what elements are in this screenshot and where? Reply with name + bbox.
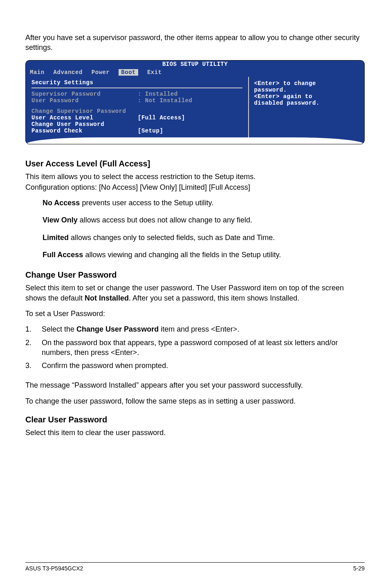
cup-not-installed: Not Installed xyxy=(85,294,129,302)
limited-desc: Limited allows changes only to selected … xyxy=(43,233,365,242)
bios-value: [Full Access] xyxy=(138,114,242,121)
bios-menu-bar: Main Advanced Power Boot Exit xyxy=(26,69,364,77)
bios-row-change-user-password: Change User Password xyxy=(31,121,242,128)
bios-value: [Setup] xyxy=(138,128,242,134)
bios-menu-main: Main xyxy=(30,69,45,76)
bios-label: User Password xyxy=(31,97,138,104)
bios-row-supervisor: Supervisor Password : Installed xyxy=(31,91,242,97)
bios-right-panel: <Enter> to change password. <Enter> agai… xyxy=(249,77,364,139)
cup-step1-part2: item and press <Enter>. xyxy=(159,325,239,333)
intro-text: After you have set a supervisor password… xyxy=(25,33,365,53)
ual-desc-1: This item allows you to select the acces… xyxy=(25,172,365,182)
cup-success: The message “Password Installed” appears… xyxy=(25,380,365,390)
no-access-text: prevents user access to the Setup utilit… xyxy=(80,199,213,207)
bios-body: Security Settings Supervisor Password : … xyxy=(26,77,364,139)
bios-help-line: <Enter> again to xyxy=(254,93,359,100)
bios-title: BIOS SETUP UTILITY xyxy=(162,61,228,67)
full-access-desc: Full Access allows viewing and changing … xyxy=(43,250,365,260)
bios-section-title: Security Settings xyxy=(31,79,242,86)
cup-desc-part2: . After you set a password, this item sh… xyxy=(129,294,299,302)
cup-step-3: Confirm the password when prompted. xyxy=(34,361,365,370)
bios-divider xyxy=(31,88,242,88)
cup-desc: Select this item to set or change the us… xyxy=(25,283,365,303)
cup-step1-bold: Change User Password xyxy=(76,325,159,333)
bios-value: : Not Installed xyxy=(138,97,242,104)
bios-menu-advanced: Advanced xyxy=(54,69,83,76)
bios-value xyxy=(138,121,242,128)
bios-label: Supervisor Password xyxy=(31,91,138,97)
clear-desc: Select this item to clear the user passw… xyxy=(25,428,365,438)
limited-text: allows changes only to selected fields, … xyxy=(69,233,275,242)
bios-help-line: <Enter> to change xyxy=(254,80,359,87)
footer-model: ASUS T3-P5945GCX2 xyxy=(25,565,83,572)
footer-page-number: 5-29 xyxy=(353,565,365,572)
limited-label: Limited xyxy=(43,233,69,242)
bios-row-user-password: User Password : Not Installed xyxy=(31,97,242,104)
cup-step1-part1: Select the xyxy=(42,325,76,333)
page-footer: ASUS T3-P5945GCX2 5-29 xyxy=(25,562,365,572)
no-access-label: No Access xyxy=(43,199,80,207)
bios-left-panel: Security Settings Supervisor Password : … xyxy=(26,77,249,139)
cup-step-2: On the password box that appears, type a… xyxy=(34,338,365,358)
cup-step-1: Select the Change User Password item and… xyxy=(34,324,365,334)
bios-change-supervisor: Change Supervisor Password xyxy=(31,108,242,114)
full-access-text: allows viewing and changing all the fiel… xyxy=(83,251,281,259)
cup-to-set: To set a User Password: xyxy=(25,309,365,319)
cup-steps: Select the Change User Password item and… xyxy=(25,324,365,374)
bios-value: : Installed xyxy=(138,91,242,97)
heading-user-access-level: User Access Level (Full Access] xyxy=(25,159,365,168)
bios-row-password-check: Password Check [Setup] xyxy=(31,128,242,134)
bios-label: Password Check xyxy=(31,128,138,134)
bios-help-line: password. xyxy=(254,87,359,93)
bios-menu-exit: Exit xyxy=(147,69,162,76)
full-access-label: Full Access xyxy=(43,251,83,259)
bios-label: User Access Level xyxy=(31,114,138,121)
bios-row-user-access-level: User Access Level [Full Access] xyxy=(31,114,242,121)
bios-bottom-curve xyxy=(26,139,364,144)
cup-change: To change the user password, follow the … xyxy=(25,396,365,406)
bios-title-bar: BIOS SETUP UTILITY xyxy=(26,61,364,69)
bios-menu-boot: Boot xyxy=(119,69,138,76)
view-only-desc: View Only allows access but does not all… xyxy=(43,215,365,225)
bios-help-line: disabled password. xyxy=(254,100,359,106)
ual-desc-2: Configuration options: [No Access] [View… xyxy=(25,182,365,192)
bios-menu-power: Power xyxy=(92,69,110,76)
view-only-label: View Only xyxy=(43,216,78,224)
heading-change-user-password: Change User Password xyxy=(25,270,365,280)
bios-label: Change User Password xyxy=(31,121,138,128)
no-access-desc: No Access prevents user access to the Se… xyxy=(43,198,365,208)
view-only-text: allows access but does not allow change … xyxy=(78,216,252,224)
heading-clear-user-password: Clear User Password xyxy=(25,415,365,424)
bios-screenshot: BIOS SETUP UTILITY Main Advanced Power B… xyxy=(25,60,365,144)
